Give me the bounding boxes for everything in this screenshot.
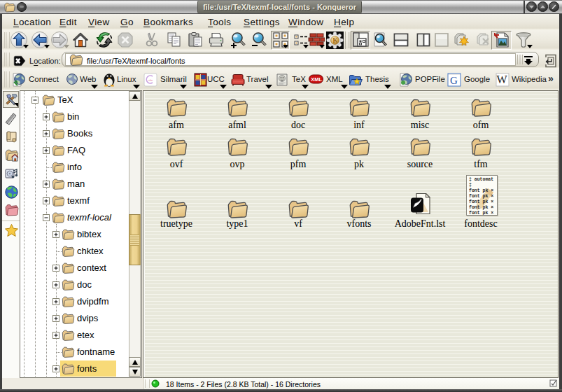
svg-text:G: G	[450, 75, 458, 86]
svg-text:silm: silm	[148, 79, 153, 82]
svg-text:K: K	[332, 36, 338, 44]
svg-text:W: W	[497, 74, 508, 85]
svg-text:XML: XML	[311, 76, 322, 83]
